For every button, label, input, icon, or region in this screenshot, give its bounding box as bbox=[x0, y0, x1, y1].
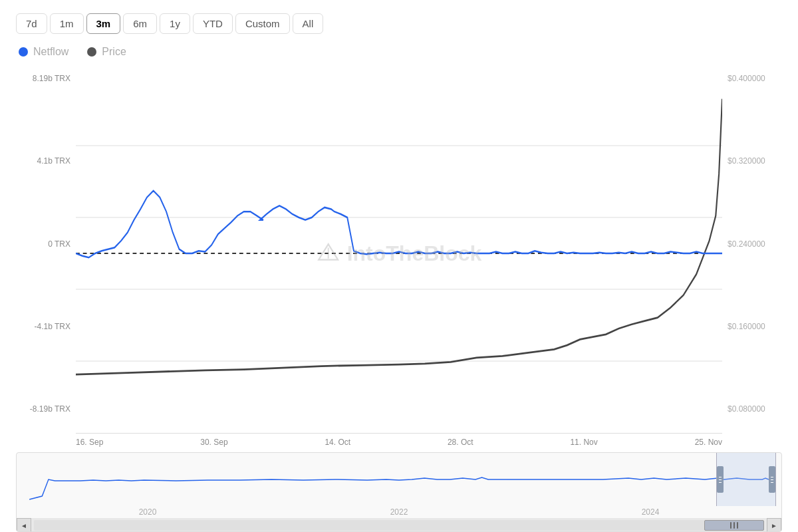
btn-all[interactable]: All bbox=[293, 13, 324, 34]
price-label: Price bbox=[102, 46, 126, 58]
y-right-1: $0.320000 bbox=[728, 156, 782, 166]
x-axis: 16. Sep 30. Sep 14. Oct 28. Oct 11. Nov … bbox=[76, 434, 722, 447]
btn-1y[interactable]: 1y bbox=[160, 13, 190, 34]
x-label-4: 11. Nov bbox=[570, 438, 597, 447]
y-axis-right: $0.400000 $0.320000 $0.240000 $0.160000 … bbox=[722, 74, 782, 434]
y-left-4: -8.19b TRX bbox=[16, 404, 70, 414]
navigator-scrollbar[interactable]: ◄ ► bbox=[17, 518, 781, 532]
y-left-2: 0 TRX bbox=[16, 239, 70, 249]
btn-1m[interactable]: 1m bbox=[50, 13, 84, 34]
main-chart: 8.19b TRX 4.1b TRX 0 TRX -4.1b TRX -8.19… bbox=[16, 74, 782, 434]
time-range-bar: 7d 1m 3m 6m 1y YTD Custom All bbox=[16, 13, 782, 34]
x-label-2: 14. Oct bbox=[325, 438, 350, 447]
navigator-chart bbox=[17, 453, 781, 506]
y-axis-left: 8.19b TRX 4.1b TRX 0 TRX -4.1b TRX -8.19… bbox=[16, 74, 76, 434]
legend-netflow: Netflow bbox=[19, 46, 68, 58]
navigator[interactable]: 2020 2022 2024 ◄ ► bbox=[16, 452, 782, 532]
x-label-1: 30. Sep bbox=[200, 438, 227, 447]
scroll-right-btn[interactable]: ► bbox=[767, 518, 781, 532]
chart-wrapper: 8.19b TRX 4.1b TRX 0 TRX -4.1b TRX -8.19… bbox=[16, 74, 782, 532]
nav-x-label-2: 2024 bbox=[642, 507, 660, 517]
y-left-3: -4.1b TRX bbox=[16, 322, 70, 331]
btn-6m[interactable]: 6m bbox=[123, 13, 157, 34]
y-right-4: $0.080000 bbox=[728, 404, 782, 414]
netflow-label: Netflow bbox=[33, 46, 68, 58]
y-right-2: $0.240000 bbox=[728, 239, 782, 249]
legend-price: Price bbox=[87, 46, 126, 58]
main-container: 7d 1m 3m 6m 1y YTD Custom All Netflow Pr… bbox=[0, 0, 798, 532]
netflow-dot bbox=[19, 47, 28, 57]
chart-legend: Netflow Price bbox=[16, 46, 782, 58]
nav-x-label-0: 2020 bbox=[139, 507, 157, 517]
y-left-0: 8.19b TRX bbox=[16, 74, 70, 83]
y-left-1: 4.1b TRX bbox=[16, 156, 70, 166]
btn-3m[interactable]: 3m bbox=[86, 13, 121, 34]
y-right-0: $0.400000 bbox=[728, 74, 782, 83]
chart-svg-area: IntoTheBlock bbox=[76, 74, 722, 434]
main-svg bbox=[76, 74, 722, 433]
x-label-0: 16. Sep bbox=[76, 438, 103, 447]
thumb-lines bbox=[730, 522, 738, 529]
y-right-3: $0.160000 bbox=[728, 322, 782, 331]
btn-ytd[interactable]: YTD bbox=[193, 13, 233, 34]
navigator-svg bbox=[17, 453, 781, 506]
btn-7d[interactable]: 7d bbox=[16, 13, 47, 34]
x-label-5: 25. Nov bbox=[695, 438, 722, 447]
scrollbar-track[interactable] bbox=[34, 520, 764, 531]
price-dot bbox=[87, 47, 96, 57]
scrollbar-thumb[interactable] bbox=[704, 520, 764, 531]
x-label-3: 28. Oct bbox=[448, 438, 473, 447]
navigator-x-axis: 2020 2022 2024 bbox=[17, 506, 781, 518]
nav-x-label-1: 2022 bbox=[390, 507, 408, 517]
scroll-left-btn[interactable]: ◄ bbox=[17, 518, 31, 532]
btn-custom[interactable]: Custom bbox=[235, 13, 290, 34]
